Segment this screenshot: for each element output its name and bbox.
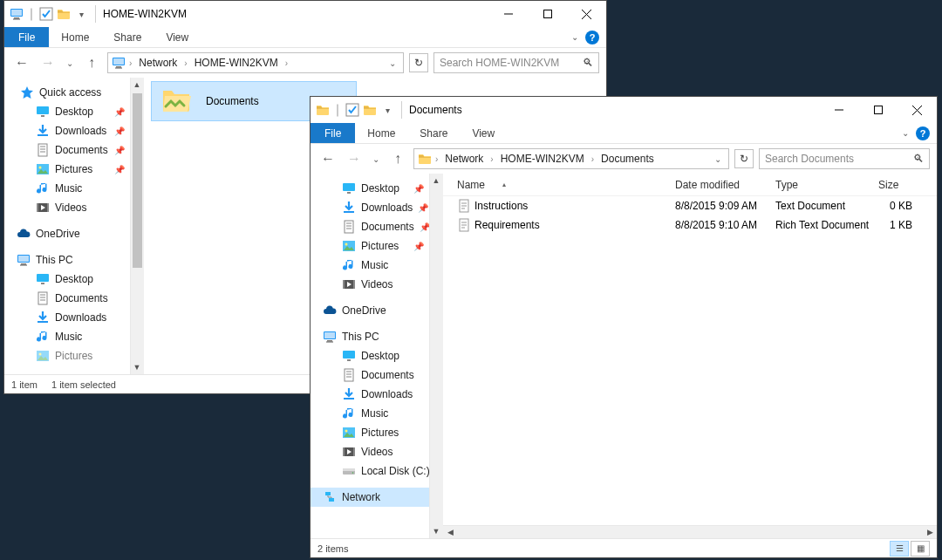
minimize-button[interactable]	[488, 1, 528, 27]
scroll-track[interactable]	[457, 528, 923, 537]
qat-dropdown-icon[interactable]: ▾	[74, 7, 88, 21]
file-tab[interactable]: File	[4, 27, 49, 47]
close-button[interactable]	[898, 97, 937, 123]
nav-desktop[interactable]: Desktop📌	[4, 102, 130, 121]
nav-pictures[interactable]: Pictures📌	[311, 236, 429, 256]
home-tab[interactable]: Home	[355, 123, 407, 143]
help-icon[interactable]: ?	[916, 126, 930, 140]
column-headers[interactable]: Name▴ Date modified Type Size	[443, 174, 937, 196]
maximize-button[interactable]	[528, 1, 567, 27]
nav-pc-downloads[interactable]: Downloads	[311, 385, 429, 404]
nav-documents[interactable]: Documents📌	[4, 140, 130, 160]
nav-downloads[interactable]: Downloads📌	[311, 198, 429, 217]
qat-properties-icon[interactable]	[39, 7, 53, 21]
crumb-documents[interactable]: Documents	[597, 151, 658, 167]
nav-pc-pictures[interactable]: Pictures	[4, 346, 130, 365]
crumb-network[interactable]: Network	[135, 55, 181, 71]
scroll-down-icon[interactable]: ▼	[131, 360, 143, 374]
history-dropdown[interactable]: ⌄	[64, 52, 76, 73]
close-button[interactable]	[567, 1, 606, 27]
scroll-up-icon[interactable]: ▲	[131, 78, 143, 92]
nav-this-pc[interactable]: This PC	[311, 327, 429, 346]
col-size[interactable]: Size	[871, 179, 919, 191]
qat-dropdown-icon[interactable]: ▾	[380, 103, 394, 117]
qat-folder-icon[interactable]	[57, 7, 71, 21]
nav-pc-desktop[interactable]: Desktop	[4, 270, 130, 289]
col-name[interactable]: Name▴	[450, 179, 668, 191]
nav-pc-pictures[interactable]: Pictures	[311, 423, 429, 442]
nav-pictures[interactable]: Pictures📌	[4, 160, 130, 179]
content-pane[interactable]: Name▴ Date modified Type Size Instructio…	[443, 174, 937, 538]
nav-onedrive[interactable]: OneDrive	[4, 224, 130, 243]
search-box[interactable]: Search HOME-WIN2KVM 🔍︎	[433, 52, 599, 73]
nav-pc-music[interactable]: Music	[4, 327, 130, 346]
nav-scrollbar[interactable]: ▲ ▼	[429, 174, 442, 538]
share-tab[interactable]: Share	[101, 27, 154, 47]
crumb-host[interactable]: HOME-WIN2KVM	[497, 151, 588, 167]
nav-pc-videos[interactable]: Videos	[311, 442, 429, 461]
file-row[interactable]: Instructions 8/8/2015 9:09 AM Text Docum…	[443, 196, 937, 215]
nav-onedrive[interactable]: OneDrive	[311, 301, 429, 320]
nav-pc-documents[interactable]: Documents	[311, 365, 429, 385]
file-row[interactable]: Requirements 8/8/2015 9:10 AM Rich Text …	[443, 215, 937, 235]
help-icon[interactable]: ?	[585, 31, 599, 44]
nav-network[interactable]: Network	[311, 488, 429, 507]
search-box[interactable]: Search Documents 🔍︎	[759, 148, 930, 169]
nav-pc-documents[interactable]: Documents	[4, 289, 130, 308]
nav-scrollbar[interactable]: ▲ ▼	[130, 78, 143, 374]
location-icon	[112, 56, 126, 70]
ribbon-expand-icon[interactable]: ⌄	[571, 32, 578, 42]
nav-pc-music[interactable]: Music	[311, 404, 429, 423]
ribbon-expand-icon[interactable]: ⌄	[902, 128, 909, 138]
refresh-button[interactable]: ↻	[409, 53, 428, 72]
address-dropdown-icon[interactable]: ⌄	[711, 154, 725, 164]
up-button[interactable]: ↑	[81, 52, 102, 73]
col-date[interactable]: Date modified	[668, 179, 768, 191]
scroll-down-icon[interactable]: ▼	[430, 524, 442, 538]
address-dropdown-icon[interactable]: ⌄	[386, 58, 399, 68]
crumb-network[interactable]: Network	[441, 151, 487, 167]
nav-downloads[interactable]: Downloads📌	[4, 121, 130, 140]
nav-pc-desktop[interactable]: Desktop	[311, 346, 429, 365]
view-tab[interactable]: View	[154, 27, 201, 47]
scroll-right-icon[interactable]: ▶	[923, 526, 937, 538]
address-bar[interactable]: › Network › HOME-WIN2KVM › ⌄	[107, 52, 404, 73]
nav-desktop[interactable]: Desktop📌	[311, 179, 429, 198]
nav-music[interactable]: Music	[4, 179, 130, 198]
maximize-button[interactable]	[858, 97, 898, 123]
nav-quick-access[interactable]: Quick access	[4, 83, 130, 102]
file-name: Requirements	[474, 219, 540, 231]
up-button[interactable]: ↑	[387, 148, 408, 169]
forward-button[interactable]: →	[38, 52, 58, 73]
location-icon	[418, 152, 432, 166]
address-bar[interactable]: › Network › HOME-WIN2KVM › Documents ⌄	[413, 148, 729, 169]
nav-music[interactable]: Music	[311, 256, 429, 275]
qat-folder-icon[interactable]	[363, 103, 377, 117]
qat-properties-icon[interactable]	[345, 103, 359, 117]
forward-button[interactable]: →	[344, 148, 365, 169]
nav-pc-downloads[interactable]: Downloads	[4, 308, 130, 327]
home-tab[interactable]: Home	[49, 27, 101, 47]
file-tab[interactable]: File	[311, 123, 355, 143]
crumb-host[interactable]: HOME-WIN2KVM	[191, 55, 282, 71]
nav-documents[interactable]: Documents📌	[311, 217, 429, 236]
view-tab[interactable]: View	[460, 123, 507, 143]
scroll-up-icon[interactable]: ▲	[430, 174, 442, 188]
scroll-left-icon[interactable]: ◀	[443, 526, 457, 538]
refresh-button[interactable]: ↻	[734, 149, 754, 168]
nav-this-pc[interactable]: This PC	[4, 250, 130, 270]
col-type[interactable]: Type	[768, 179, 871, 191]
thumbnails-view-button[interactable]: ▦	[911, 541, 930, 557]
details-view-button[interactable]: ☰	[890, 541, 909, 557]
history-dropdown[interactable]: ⌄	[370, 148, 382, 169]
back-button[interactable]: ←	[317, 148, 338, 169]
scroll-thumb[interactable]	[133, 93, 142, 268]
folder-open-icon	[160, 85, 192, 119]
nav-local-disk[interactable]: Local Disk (C:)	[311, 461, 429, 481]
back-button[interactable]: ←	[11, 52, 32, 73]
horizontal-scrollbar[interactable]: ◀ ▶	[443, 525, 937, 538]
share-tab[interactable]: Share	[407, 123, 460, 143]
nav-videos[interactable]: Videos	[4, 198, 130, 217]
minimize-button[interactable]	[819, 97, 858, 123]
nav-videos[interactable]: Videos	[311, 275, 429, 294]
